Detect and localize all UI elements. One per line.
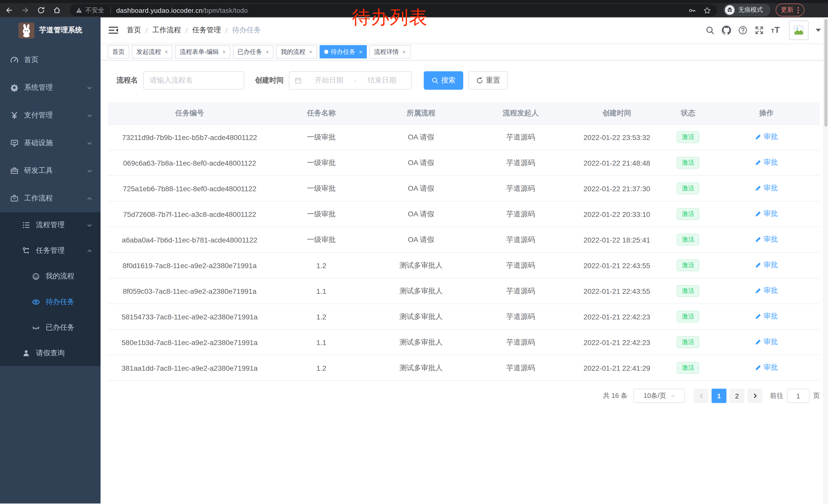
help-icon[interactable]	[738, 26, 747, 35]
search-icon[interactable]	[705, 26, 715, 35]
incognito-badge: 无痕模式	[723, 4, 771, 16]
approve-link[interactable]: 审批	[755, 133, 778, 142]
url-host: dashboard.yudao.iocoder.cn	[116, 6, 203, 14]
approve-link[interactable]: 审批	[755, 363, 778, 372]
cell-task-id: 8f059c03-7ac8-11ec-a9e2-a2380e71991a	[108, 278, 272, 304]
create-time-label: 创建时间	[255, 76, 284, 85]
column-header: 流程发起人	[471, 102, 571, 124]
cell-process: 测试多审批人	[371, 304, 471, 329]
close-icon[interactable]: ×	[222, 49, 226, 55]
prev-page-button[interactable]	[694, 388, 708, 403]
cell-task-name: 1.1	[272, 329, 371, 355]
page-number-1[interactable]: 1	[711, 388, 727, 403]
goto-page-input[interactable]: 1	[787, 388, 810, 403]
page-size-value: 10条/页	[644, 391, 666, 401]
sidebar-item-home[interactable]: 首页	[0, 46, 100, 74]
security-label[interactable]: 不安全	[85, 6, 105, 15]
fullscreen-icon[interactable]	[755, 26, 764, 35]
page-size-select[interactable]: 10条/页	[633, 388, 685, 403]
cell-create-time: 2022-01-22 20:33:10	[571, 201, 663, 227]
breadcrumb-item[interactable]: 工作流程	[152, 26, 181, 35]
scrollbar-thumb[interactable]	[824, 19, 827, 127]
tab-已办任务[interactable]: 已办任务×	[233, 45, 274, 58]
sidebar-item-leave-query[interactable]: 请假查询	[0, 340, 100, 366]
app-shell: 芋道管理系统 首页系统管理支付管理基础设施研发工具工作流程流程管理任务管理我的流…	[0, 17, 828, 503]
approve-link[interactable]: 审批	[755, 235, 778, 244]
chevron-down-icon	[87, 140, 92, 146]
back-icon[interactable]	[5, 6, 13, 14]
sidebar-item-infrastructure[interactable]: 基础设施	[0, 129, 100, 157]
sidebar-menu: 首页系统管理支付管理基础设施研发工具工作流程流程管理任务管理我的流程待办任务已办…	[0, 46, 100, 366]
tab-流程表单-编辑[interactable]: 流程表单-编辑×	[175, 45, 230, 58]
scrollbar[interactable]	[823, 17, 828, 504]
browser-menu-icon[interactable]	[797, 6, 799, 13]
status-badge: 激活	[677, 285, 699, 297]
date-range-input[interactable]: 开始日期 - 结束日期	[289, 71, 412, 90]
approve-link[interactable]: 审批	[755, 261, 778, 270]
tree-table-icon	[22, 221, 30, 229]
url-text[interactable]: dashboard.yudao.iocoder.cn/bpm/task/todo	[116, 6, 248, 14]
key-icon[interactable]	[689, 6, 696, 14]
github-icon[interactable]	[722, 26, 731, 35]
cell-task-name: 1.1	[272, 278, 371, 304]
tab-我的流程[interactable]: 我的流程×	[276, 45, 317, 58]
browser-update-button[interactable]: 更新	[776, 4, 804, 16]
edit-icon	[755, 236, 761, 243]
process-name-input[interactable]: 请输入流程名	[143, 71, 244, 90]
approve-link[interactable]: 审批	[755, 312, 778, 321]
next-page-button[interactable]	[747, 388, 762, 403]
sidebar-item-my-process[interactable]: 我的流程	[0, 264, 100, 289]
sidebar-item-process-mgmt[interactable]: 流程管理	[0, 212, 100, 238]
close-icon[interactable]: ×	[359, 49, 363, 55]
bookmark-star-icon[interactable]	[703, 6, 711, 14]
page-number-2[interactable]: 2	[730, 388, 744, 403]
close-icon[interactable]: ×	[165, 49, 168, 55]
approve-link[interactable]: 审批	[755, 210, 778, 219]
cell-task-name: 一级审批	[272, 124, 371, 150]
chevron-down-icon	[87, 168, 92, 174]
status-badge: 激活	[677, 234, 699, 245]
tab-流程详情[interactable]: 流程详情×	[369, 45, 410, 58]
edit-icon	[755, 365, 761, 371]
approve-link[interactable]: 审批	[755, 286, 778, 295]
approve-link[interactable]: 审批	[755, 158, 778, 168]
page-unit-label: 页	[813, 391, 820, 401]
forward-icon[interactable]	[21, 6, 29, 14]
avatar[interactable]	[789, 20, 809, 40]
sidebar-item-devtools[interactable]: 研发工具	[0, 157, 100, 185]
sidebar-item-todo-task[interactable]: 待办任务	[0, 289, 100, 315]
update-label: 更新	[781, 6, 794, 14]
sidebar-item-system[interactable]: 系统管理	[0, 74, 100, 101]
sidebar-item-payment[interactable]: 支付管理	[0, 101, 100, 129]
sidebar-item-done-task[interactable]: 已办任务	[0, 315, 100, 340]
home-icon[interactable]	[53, 6, 61, 14]
reload-icon[interactable]	[37, 6, 45, 14]
process-name-label: 流程名	[117, 76, 138, 85]
reset-button[interactable]: 重置	[468, 71, 508, 90]
breadcrumb-item[interactable]: 任务管理	[192, 26, 221, 35]
tab-发起流程[interactable]: 发起流程×	[132, 45, 173, 58]
tab-待办任务[interactable]: 待办任务×	[320, 45, 367, 58]
chevron-down-icon	[87, 112, 92, 118]
cell-task-name: 1.2	[272, 253, 371, 278]
search-button[interactable]: 搜索	[424, 71, 463, 90]
tab-首页[interactable]: 首页	[108, 45, 129, 58]
sidebar-item-workflow[interactable]: 工作流程	[0, 185, 100, 212]
sidebar-fold-icon[interactable]	[108, 26, 119, 35]
search-button-label: 搜索	[441, 76, 456, 85]
chevron-down-icon[interactable]	[816, 29, 821, 32]
close-icon[interactable]: ×	[402, 49, 406, 55]
approve-link[interactable]: 审批	[755, 184, 778, 193]
font-size-icon[interactable]: TT	[771, 25, 780, 35]
approve-link[interactable]: 审批	[755, 338, 778, 347]
breadcrumb-item[interactable]: 首页	[127, 26, 141, 35]
close-icon[interactable]: ×	[309, 49, 313, 55]
sidebar-item-label: 请假查询	[36, 349, 65, 358]
edit-icon	[755, 211, 761, 217]
table-row: 725a1eb6-7b88-11ec-8ef0-acde48001122一级审批…	[108, 176, 820, 201]
org-tree-icon	[22, 246, 30, 255]
sidebar-item-task-mgmt[interactable]: 任务管理	[0, 238, 100, 264]
tab-label: 流程详情	[374, 47, 399, 56]
cell-initiator: 芋道源码	[471, 253, 571, 278]
close-icon[interactable]: ×	[266, 49, 269, 55]
